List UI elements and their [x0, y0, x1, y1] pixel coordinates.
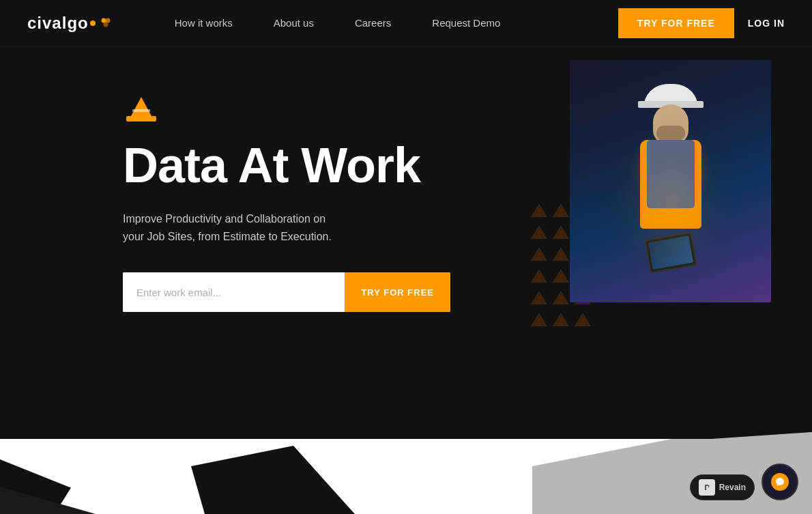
hero-image: [570, 60, 771, 302]
chat-icon: [771, 473, 789, 491]
logo-icon: [98, 17, 113, 29]
svg-rect-6: [132, 109, 150, 112]
email-input[interactable]: [123, 272, 345, 312]
svg-marker-12: [532, 412, 812, 514]
hero-subtitle: Improve Productivity and Collaboration o…: [123, 210, 450, 245]
logo[interactable]: civalgo: [27, 14, 113, 33]
svg-rect-3: [570, 60, 771, 302]
logo-text: civalgo: [27, 14, 89, 33]
chat-button[interactable]: [762, 463, 798, 500]
navigation: civalgo How it works About us Careers Re…: [0, 0, 812, 46]
nav-about-us[interactable]: About us: [253, 17, 334, 29]
hero-title: Data At Work: [123, 141, 450, 190]
svg-marker-5: [131, 97, 151, 116]
svg-point-2: [103, 22, 108, 27]
form-try-button[interactable]: TRY FOR FREE: [345, 272, 450, 312]
nav-careers[interactable]: Careers: [334, 17, 411, 29]
construction-icon: [123, 94, 160, 127]
hero-icon-area: [123, 94, 450, 130]
worker-overlay-svg: [570, 60, 771, 302]
logo-dot-icon: [90, 20, 96, 26]
nav-links: How it works About us Careers Request De…: [154, 17, 618, 29]
nav-login-button[interactable]: LOG IN: [748, 18, 785, 29]
svg-point-13: [702, 483, 712, 492]
svg-rect-4: [126, 116, 156, 122]
revain-label: Revain: [719, 483, 746, 492]
svg-point-1: [105, 18, 110, 23]
revain-icon: [699, 479, 715, 496]
nav-try-button[interactable]: TRY FOR FREE: [618, 8, 734, 38]
hero-content: Data At Work Improve Productivity and Co…: [123, 94, 450, 312]
nav-how-it-works[interactable]: How it works: [154, 17, 253, 29]
email-form: TRY FOR FREE: [123, 272, 450, 312]
svg-point-0: [101, 18, 106, 23]
hero-section: Data At Work Improve Productivity and Co…: [0, 46, 812, 514]
revain-badge[interactable]: Revain: [690, 474, 755, 500]
nav-request-demo[interactable]: Request Demo: [411, 17, 521, 29]
bottom-diagonal-shapes: [0, 377, 812, 514]
nav-actions: TRY FOR FREE LOG IN: [618, 8, 785, 38]
